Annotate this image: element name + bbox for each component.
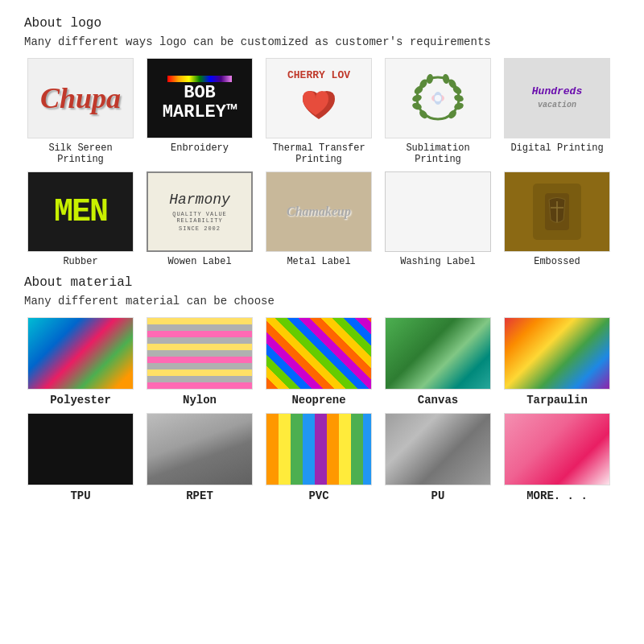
about-material-subtitle: Many different material can be choose	[24, 295, 620, 308]
svg-point-5	[453, 93, 464, 103]
material-tpu: TPU	[24, 413, 137, 502]
neoprene-label: Neoprene	[291, 394, 345, 407]
logo-row-1: Chupa Silk Sereen Printing BOBMARLEY™ En…	[24, 58, 620, 165]
pu-image	[385, 413, 491, 485]
logo-item-digital: Hundredsvacation Digital Printing	[501, 58, 613, 165]
material-more: MORE. . .	[501, 413, 613, 502]
nylon-image	[147, 317, 253, 390]
rpet-label: RPET	[186, 489, 213, 502]
svg-point-1	[411, 93, 423, 103]
pu-label: PU	[431, 489, 445, 502]
canvas-image	[385, 317, 491, 390]
woven-label: Wowen Label	[167, 256, 231, 267]
digital-image: Hundredsvacation	[504, 58, 610, 138]
material-nylon: Nylon	[143, 317, 256, 407]
tarpaulin-label: Tarpaulin	[526, 394, 588, 407]
tpu-image	[27, 413, 134, 485]
logo-item-embroidery: BOBMARLEY™ Enbroidery	[143, 58, 256, 165]
about-material-title: About material	[24, 275, 620, 290]
metal-image: Chamakeup	[266, 171, 372, 252]
logo-item-washing: Washing Label	[382, 171, 494, 267]
material-canvas: Canvas	[382, 317, 494, 407]
woven-image: Harmony QUALITY VALUE RELIABILITY SINCE …	[147, 171, 253, 252]
rubber-image: MEN	[27, 171, 134, 252]
woven-brand: Harmony	[169, 192, 230, 209]
logo-item-rubber: MEN Rubber	[24, 171, 137, 267]
tpu-label: TPU	[70, 489, 90, 502]
silk-screen-image: Chupa	[27, 58, 134, 138]
material-neoprene: Neoprene	[262, 317, 375, 407]
tarpaulin-image	[504, 317, 610, 390]
polyester-image	[27, 317, 134, 390]
washing-image	[385, 171, 491, 252]
material-row-2: TPU RPET PVC PU	[24, 413, 620, 502]
rubber-label: Rubber	[63, 256, 97, 267]
about-logo-title: About logo	[24, 16, 620, 31]
embossed-label: Embossed	[534, 256, 580, 267]
logo-row-2: MEN Rubber Harmony QUALITY VALUE RELIABI…	[24, 171, 620, 267]
logo-item-sublimation: Sublimation Printing	[382, 58, 494, 165]
digital-label: Digital Printing	[510, 142, 603, 154]
logo-item-embossed: Embossed	[501, 171, 613, 267]
material-pu: PU	[382, 413, 494, 502]
woven-sub2: SINCE 2002	[179, 225, 221, 232]
pvc-image	[266, 413, 372, 485]
more-label: MORE. . .	[526, 489, 588, 502]
about-logo-section: About logo Many different ways logo can …	[24, 16, 620, 267]
sublimation-label: Sublimation Printing	[382, 142, 494, 165]
nylon-label: Nylon	[183, 394, 217, 407]
woven-sub1: QUALITY VALUE RELIABILITY	[148, 211, 251, 224]
thermal-label: Thermal Transfer Printing	[262, 142, 375, 165]
metal-label: Metal Label	[287, 256, 350, 267]
rpet-image	[147, 413, 253, 485]
neoprene-image	[266, 317, 372, 390]
material-rpet: RPET	[143, 413, 256, 502]
material-row-1: Polyester Nylon Neoprene Canvas	[24, 317, 620, 407]
polyester-label: Polyester	[50, 394, 111, 407]
logo-item-metal: Chamakeup Metal Label	[262, 171, 375, 267]
more-image	[504, 413, 610, 485]
thermal-image: CHERRY LOV	[266, 58, 372, 138]
logo-item-thermal: CHERRY LOV Thermal Transfer Printing	[262, 58, 375, 165]
about-logo-subtitle: Many different ways logo can be customiz…	[24, 35, 620, 48]
sublimation-image	[385, 58, 491, 138]
embroidery-label: Enbroidery	[171, 142, 229, 154]
washing-label: Washing Label	[400, 256, 476, 267]
material-polyester: Polyester	[24, 317, 137, 407]
embossed-image	[504, 171, 610, 252]
about-material-section: About material Many different material c…	[24, 275, 620, 502]
material-pvc: PVC	[262, 413, 375, 502]
logo-item-silk: Chupa Silk Sereen Printing	[24, 58, 137, 165]
embroidery-image: BOBMARLEY™	[147, 58, 253, 138]
canvas-label: Canvas	[418, 394, 458, 407]
svg-point-15	[435, 95, 441, 101]
pvc-label: PVC	[308, 489, 328, 502]
material-tarpaulin: Tarpaulin	[501, 317, 613, 407]
silk-screen-label: Silk Sereen Printing	[24, 142, 137, 165]
logo-item-woven: Harmony QUALITY VALUE RELIABILITY SINCE …	[143, 171, 256, 267]
page: About logo Many different ways logo can …	[0, 0, 644, 525]
